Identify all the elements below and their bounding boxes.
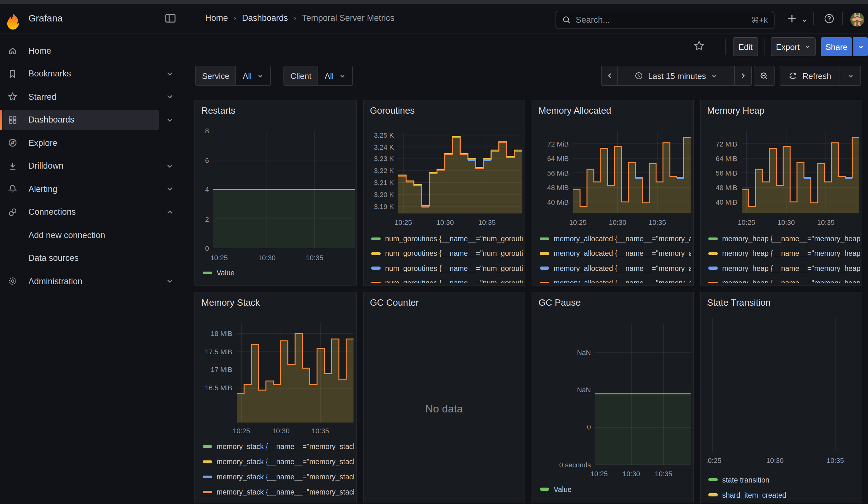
zoom-out-icon — [760, 71, 769, 81]
export-button[interactable]: Export — [771, 37, 816, 56]
panel-title[interactable]: State Transition — [707, 297, 771, 307]
refresh-interval-chevron-button[interactable] — [840, 66, 861, 86]
legend-label: memory_allocated {__name__="memory_alloc… — [554, 264, 691, 272]
legend-item[interactable]: memory_heap {__name__="memory_heap" — [708, 263, 860, 273]
share-button[interactable]: Share — [821, 37, 852, 56]
legend-item[interactable]: memory_stack {__name__="memory_stack" — [203, 457, 354, 467]
x-axis-label: 10:25 — [199, 253, 239, 262]
search-input[interactable]: Search... ⌘+k — [555, 11, 775, 29]
panel-title[interactable]: Restarts — [202, 105, 236, 116]
y-axis-label: 6 — [194, 156, 209, 165]
legend-item[interactable]: num_goroutines {__name__="num_goroutines… — [371, 278, 523, 282]
legend-item[interactable]: num_goroutines {__name__="num_goroutines… — [371, 263, 523, 273]
legend-item[interactable]: memory_allocated {__name__="memory_alloc… — [540, 234, 691, 244]
search-placeholder: Search... — [576, 15, 751, 25]
x-axis-label: 10:25 — [726, 218, 767, 227]
y-axis-label: 2 — [194, 214, 209, 223]
sidebar-item-bookmarks[interactable]: Bookmarks — [2, 63, 159, 84]
legend-item[interactable]: memory_allocated {__name__="memory_alloc… — [540, 248, 691, 259]
help-icon[interactable] — [824, 13, 835, 24]
y-axis-label: 3.19 K — [363, 202, 394, 210]
search-shortcut: ⌘+k — [751, 15, 768, 25]
sidebar-item-dashboards[interactable]: Dashboards — [2, 110, 159, 130]
chevron-down-icon[interactable] — [165, 69, 174, 78]
sidebar-item-data-sources[interactable]: Data sources — [2, 248, 159, 268]
variable-service[interactable]: Service All — [195, 66, 271, 86]
legend-item[interactable]: Value — [203, 268, 235, 278]
chart-plot-area[interactable] — [398, 132, 522, 214]
sidebar-item-home[interactable]: Home — [2, 40, 159, 61]
chevron-down-icon[interactable] — [165, 277, 174, 286]
panel-title[interactable]: Memory Stack — [202, 297, 260, 307]
chevron-down-icon[interactable] — [165, 115, 174, 124]
x-axis-labels: 10:2510:3010:35 — [364, 218, 525, 227]
chart-plot-area[interactable] — [213, 131, 355, 248]
panel-title[interactable]: GC Pause — [538, 297, 581, 307]
zoom-out-button[interactable] — [754, 66, 775, 86]
y-axis-label: 48 MiB — [531, 183, 569, 192]
legend-label: memory_allocated {__name__="memory_alloc… — [554, 235, 691, 243]
breadcrumb-dashboards[interactable]: Dashboards — [242, 13, 288, 23]
sidebar-item-alerting[interactable]: Alerting — [2, 179, 159, 199]
legend-item[interactable]: shard_item_created — [708, 490, 786, 500]
breadcrumb-home[interactable]: Home — [205, 13, 228, 23]
panel-title[interactable]: GC Counter — [370, 297, 419, 307]
legend-item[interactable]: memory_heap {__name__="memory_heap" — [708, 278, 860, 282]
legend-item[interactable]: memory_stack {__name__="memory_stack" — [203, 442, 354, 452]
legend-swatch — [371, 281, 381, 282]
add-chevron-down-icon[interactable] — [801, 17, 808, 24]
legend-item[interactable]: memory_allocated {__name__="memory_alloc… — [540, 278, 691, 282]
sidebar-item-administration[interactable]: Administration — [2, 271, 159, 291]
time-forward-button[interactable] — [735, 66, 752, 86]
sidebar-item-connections[interactable]: Connections — [2, 202, 159, 222]
sidebar-item-add-new-connection[interactable]: Add new connection — [2, 225, 159, 245]
x-axis-label: 10:35 — [815, 456, 855, 464]
chevron-down-icon[interactable] — [165, 184, 174, 193]
sidebar-toggle-icon[interactable] — [164, 12, 178, 25]
legend-item[interactable]: memory_allocated {__name__="memory_alloc… — [540, 263, 691, 273]
panel-title[interactable]: Memory Allocated — [538, 105, 611, 116]
breadcrumb-current: Temporal Server Metrics — [302, 13, 394, 23]
legend-item[interactable]: memory_stack {__name__="memory_stack" — [203, 472, 354, 482]
legend-item[interactable]: Value — [540, 484, 572, 494]
legend-item[interactable]: num_goroutines {__name__="num_goroutines… — [371, 248, 523, 259]
sidebar-item-explore[interactable]: Explore — [2, 133, 159, 153]
panel-title[interactable]: Memory Heap — [707, 105, 764, 116]
sidebar-item-starred[interactable]: Starred — [2, 86, 159, 107]
legend-item[interactable]: memory_heap {__name__="memory_heap" — [708, 248, 860, 259]
add-button[interactable] — [787, 13, 797, 24]
chart-plot-area[interactable] — [573, 131, 691, 213]
legend-item[interactable]: num_goroutines {__name__="num_goroutines… — [371, 234, 523, 244]
star-icon — [8, 92, 18, 102]
chevron-down-icon[interactable] — [165, 161, 174, 170]
chevron-down-icon[interactable] — [165, 92, 174, 101]
legend-item[interactable]: memory_heap {__name__="memory_heap" — [708, 234, 860, 244]
y-axis-label: NaN — [553, 348, 591, 357]
y-axis-label: 8 — [194, 126, 209, 135]
chart-plot-area[interactable] — [237, 323, 353, 422]
favorite-star-icon[interactable] — [693, 40, 705, 52]
nav-divider — [184, 12, 184, 25]
edit-button[interactable]: Edit — [733, 37, 758, 56]
time-range-picker[interactable]: Last 15 minutes — [618, 66, 735, 86]
legend-label: num_goroutines {__name__="num_goroutines… — [385, 250, 523, 257]
legend-item[interactable]: state transition — [708, 475, 769, 485]
refresh-button[interactable]: Refresh — [779, 66, 840, 86]
legend-item[interactable]: memory_stack {__name__="memory_stack" — [203, 487, 354, 497]
sidebar-item-drilldown[interactable]: Drilldown — [2, 156, 159, 176]
legend-label: memory_allocated {__name__="memory_alloc… — [554, 279, 691, 282]
grafana-logo-icon[interactable] — [6, 12, 20, 25]
legend: memory_allocated {__name__="memory_alloc… — [532, 229, 694, 282]
gear-icon — [8, 276, 18, 286]
panel-title[interactable]: Goroutines — [370, 105, 415, 116]
chevron-up-icon[interactable] — [165, 207, 174, 216]
legend-label: memory_stack {__name__="memory_stack" — [217, 488, 354, 496]
clock-icon — [634, 71, 643, 80]
chart-plot-area[interactable] — [707, 317, 859, 451]
time-back-button[interactable] — [601, 66, 618, 86]
variable-client[interactable]: Client All — [283, 66, 353, 86]
chart-plot-area[interactable] — [595, 324, 691, 464]
share-chevron-button[interactable] — [853, 37, 868, 56]
chart-plot-area[interactable] — [742, 131, 859, 213]
avatar[interactable] — [850, 13, 864, 27]
